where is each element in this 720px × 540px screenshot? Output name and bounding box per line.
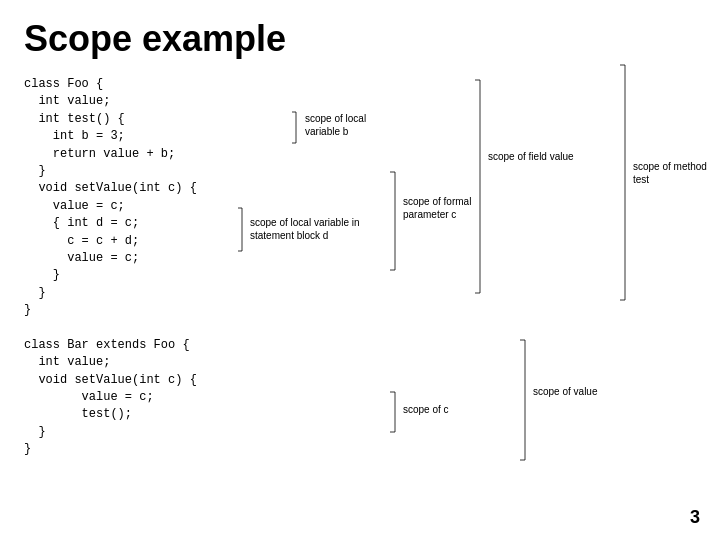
annotation-scope-value-bar: scope of value [533, 385, 613, 398]
page-number: 3 [690, 507, 700, 528]
annotation-scope-field-value: scope of field value [488, 150, 578, 163]
annotation-scope-method-test: scope of method test [633, 160, 713, 186]
annotation-scope-local-b: scope of local variable b [305, 112, 395, 138]
annotation-scope-local-d: scope of local variable in statement blo… [250, 216, 360, 242]
annotation-scope-c-bar: scope of c [403, 403, 483, 416]
page: Scope example class Foo { int value; int… [0, 0, 720, 540]
page-title: Scope example [24, 18, 696, 60]
annotation-scope-formal-c: scope of formal parameter c [403, 195, 503, 221]
